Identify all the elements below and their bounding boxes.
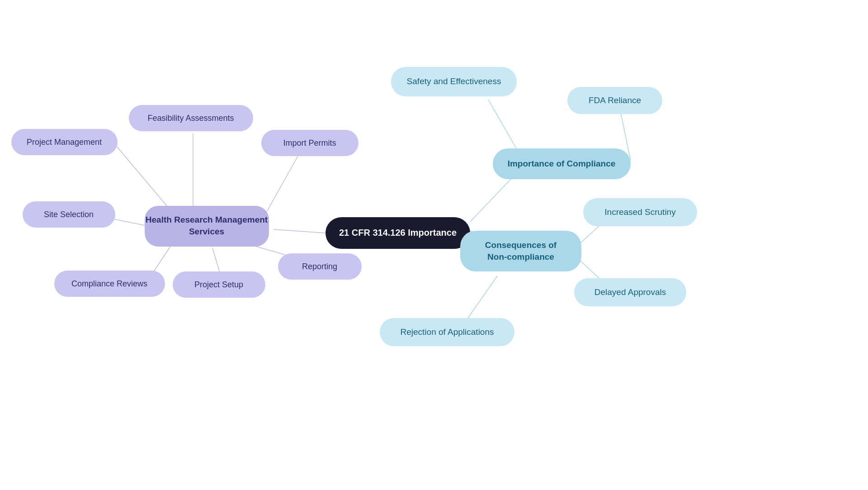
import-permits-label: Import Permits	[283, 138, 336, 147]
importance-hub-label: Importance of Compliance	[508, 159, 616, 168]
svg-line-0	[274, 229, 326, 233]
rejection-applications-label: Rejection of Applications	[400, 327, 494, 337]
safety-effectiveness-label: Safety and Effectiveness	[407, 76, 501, 86]
feasibility-assessments-label: Feasibility Assessments	[147, 114, 234, 123]
svg-line-6	[212, 248, 220, 274]
site-selection-label: Site Selection	[44, 210, 94, 219]
svg-line-2	[115, 145, 172, 212]
svg-rect-27	[460, 231, 581, 271]
svg-line-3	[267, 147, 303, 212]
compliance-reviews-label: Compliance Reviews	[71, 279, 147, 288]
consequences-hub-line1: Consequences of	[485, 240, 557, 250]
consequences-hub-line2: Non-compliance	[487, 252, 554, 262]
project-setup-label: Project Setup	[194, 280, 243, 289]
svg-line-14	[466, 276, 497, 321]
delayed-approvals-label: Delayed Approvals	[594, 287, 666, 297]
center-node-label: 21 CFR 314.126 Importance	[339, 228, 457, 238]
reporting-label: Reporting	[302, 262, 337, 271]
left-hub-label-line1: Health Research Management	[146, 215, 268, 224]
svg-line-10	[488, 100, 520, 155]
left-hub-label-line2: Services	[189, 227, 224, 236]
svg-rect-16	[145, 206, 269, 247]
increased-scrutiny-label: Increased Scrutiny	[604, 207, 676, 217]
project-management-label: Project Management	[27, 138, 102, 147]
fda-reliance-label: FDA Reliance	[589, 95, 641, 105]
